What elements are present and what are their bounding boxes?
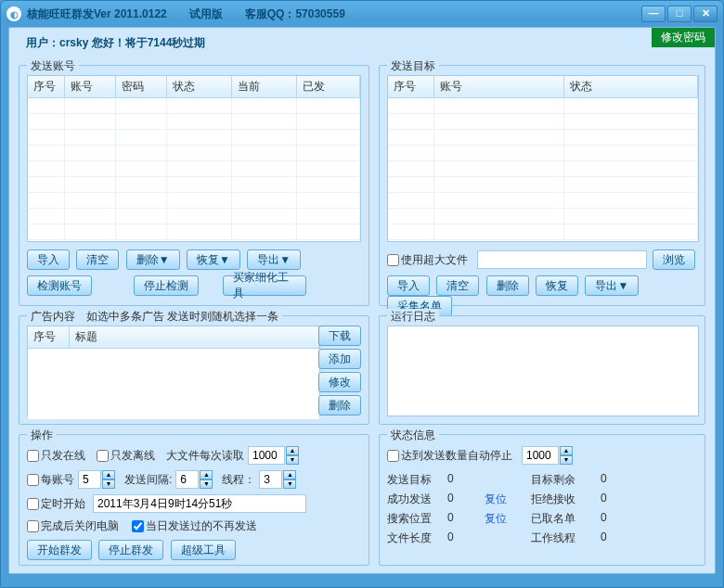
- per-account-checkbox[interactable]: [27, 474, 39, 486]
- targets-delete-button[interactable]: 删除: [486, 275, 529, 296]
- main-window: ◐ 核能旺旺群发Ver 2011.0122 试用版 客服QQ：57030559 …: [0, 0, 724, 588]
- reset-link: [485, 530, 531, 546]
- targets-import-button[interactable]: 导入: [387, 275, 430, 296]
- log-textarea[interactable]: [387, 326, 699, 416]
- only-online-checkbox[interactable]: [27, 450, 39, 462]
- no-repeat-checkbox[interactable]: [132, 520, 144, 532]
- change-password-button[interactable]: 修改密码: [652, 28, 715, 47]
- client-area: 用户：crsky 您好！将于7144秒过期 修改密码 发送账号 序号 账号 密码…: [8, 27, 716, 574]
- accounts-import-button[interactable]: 导入: [27, 249, 70, 270]
- stat-val: 0: [447, 492, 485, 507]
- spin-down-icon[interactable]: ▼: [286, 455, 299, 465]
- group-ops: 操作 只发在线 只发离线 大文件每次读取 ▲▼ 每账号 ▲▼ 发送间隔: ▲▼ …: [19, 434, 369, 566]
- stop-send-button[interactable]: 停止群发: [98, 540, 163, 560]
- targets-grid[interactable]: 序号 账号 状态: [387, 75, 699, 242]
- status-row: 成功发送0复位拒绝接收0: [387, 492, 697, 507]
- ads-grid-head: 序号 标题: [28, 326, 319, 349]
- tcol-status[interactable]: 状态: [564, 76, 698, 97]
- stat-val: 0: [601, 492, 638, 507]
- stat-key: 成功发送: [387, 492, 447, 507]
- group-title-status: 状态信息: [387, 428, 439, 443]
- close-button[interactable]: ✕: [693, 6, 718, 22]
- schedule-label: 定时开始: [41, 496, 85, 512]
- threads-input[interactable]: [259, 470, 282, 489]
- stop-at-spinner[interactable]: ▲▼: [522, 446, 573, 465]
- stat-key: 工作线程: [531, 530, 601, 546]
- status-row: 发送目标0目标剩余0: [387, 472, 697, 488]
- targets-grid-head: 序号 账号 状态: [388, 76, 698, 98]
- per-account-label: 每账号: [41, 472, 74, 488]
- accounts-delete-button[interactable]: 删除▼: [126, 249, 180, 270]
- targets-grid-body: [388, 98, 698, 240]
- stat-key: 已取名单: [531, 511, 601, 527]
- targets-export-button[interactable]: 导出▼: [585, 275, 639, 296]
- app-icon: ◐: [6, 6, 21, 21]
- only-offline-checkbox[interactable]: [97, 450, 109, 462]
- col-pwd[interactable]: 密码: [116, 76, 167, 97]
- col-cur[interactable]: 当前: [232, 76, 297, 97]
- titlebar: ◐ 核能旺旺群发Ver 2011.0122 试用版 客服QQ：57030559 …: [1, 1, 723, 27]
- schedule-checkbox[interactable]: [27, 498, 39, 510]
- browse-button[interactable]: 浏览: [653, 249, 695, 270]
- ad-modify-button[interactable]: 修改: [318, 372, 361, 392]
- acol-seq[interactable]: 序号: [28, 326, 70, 348]
- maximize-button[interactable]: □: [667, 6, 692, 22]
- col-seq[interactable]: 序号: [28, 76, 65, 97]
- shutdown-checkbox[interactable]: [27, 520, 39, 532]
- ad-add-button[interactable]: 添加: [318, 349, 361, 369]
- accounts-recover-button[interactable]: 恢复▼: [187, 249, 240, 270]
- stat-val: 0: [447, 472, 485, 488]
- threads-spinner[interactable]: ▲▼: [259, 470, 296, 489]
- acol-title[interactable]: 标题: [70, 326, 319, 348]
- targets-recover-button[interactable]: 恢复: [536, 275, 578, 296]
- stat-key: 发送目标: [387, 472, 447, 488]
- stop-at-input[interactable]: [522, 446, 559, 465]
- minimize-button[interactable]: —: [641, 6, 666, 22]
- stat-val: 0: [601, 511, 638, 527]
- accounts-grid-head: 序号 账号 密码 状态 当前 已发: [28, 76, 360, 98]
- big-read-label: 大文件每次读取: [166, 448, 244, 464]
- big-read-input[interactable]: [248, 446, 285, 465]
- group-status: 状态信息 达到发送数量自动停止 ▲▼ 发送目标0目标剩余0成功发送0复位拒绝接收…: [379, 434, 705, 566]
- group-title-accounts: 发送账号: [27, 58, 79, 74]
- col-sent[interactable]: 已发: [297, 76, 360, 97]
- accounts-export-button[interactable]: 导出▼: [247, 249, 301, 270]
- group-send-targets: 发送目标 序号 账号 状态: [379, 65, 705, 306]
- stop-at-checkbox[interactable]: [387, 450, 399, 462]
- reset-link[interactable]: 复位: [485, 492, 531, 507]
- stop-check-button[interactable]: 停止检测: [134, 275, 199, 296]
- interval-input[interactable]: [175, 470, 199, 489]
- tcol-acc[interactable]: 账号: [434, 76, 564, 97]
- use-bigfile-label: 使用超大文件: [401, 252, 468, 268]
- bigfile-path-input[interactable]: [477, 250, 647, 269]
- buyer-tool-button[interactable]: 买家细化工具: [223, 275, 306, 296]
- ads-grid[interactable]: 序号 标题: [27, 326, 320, 416]
- status-row: 搜索位置0复位已取名单0: [387, 511, 697, 527]
- check-accounts-button[interactable]: 检测账号: [27, 275, 92, 296]
- super-tool-button[interactable]: 超级工具: [171, 540, 236, 560]
- per-account-spinner[interactable]: ▲▼: [78, 470, 115, 489]
- col-status[interactable]: 状态: [167, 76, 232, 97]
- ads-grid-body: [28, 349, 319, 419]
- reset-link[interactable]: 复位: [485, 511, 531, 527]
- interval-spinner[interactable]: ▲▼: [175, 470, 213, 489]
- group-ads: 广告内容 如选中多条广告 发送时则随机选择一条 序号 标题 下载 添加 修改 删…: [19, 315, 369, 425]
- start-send-button[interactable]: 开始群发: [27, 540, 92, 560]
- use-bigfile-checkbox[interactable]: [387, 254, 399, 266]
- reset-link: [485, 472, 531, 488]
- big-read-spinner[interactable]: ▲▼: [248, 446, 299, 465]
- accounts-clear-button[interactable]: 清空: [76, 249, 119, 270]
- status-row: 文件长度0工作线程0: [387, 530, 697, 546]
- stat-val: 0: [601, 472, 638, 488]
- only-offline-label: 只发离线: [110, 448, 155, 464]
- targets-clear-button[interactable]: 清空: [436, 275, 479, 296]
- tcol-seq[interactable]: 序号: [388, 76, 434, 97]
- ad-download-button[interactable]: 下载: [318, 326, 361, 346]
- col-acc[interactable]: 账号: [65, 76, 116, 97]
- schedule-input[interactable]: [93, 494, 306, 513]
- per-account-input[interactable]: [78, 470, 101, 489]
- stat-key: 搜索位置: [387, 511, 447, 527]
- accounts-grid[interactable]: 序号 账号 密码 状态 当前 已发: [27, 75, 361, 242]
- ad-delete-button[interactable]: 删除: [318, 395, 361, 415]
- spin-up-icon[interactable]: ▲: [286, 446, 299, 455]
